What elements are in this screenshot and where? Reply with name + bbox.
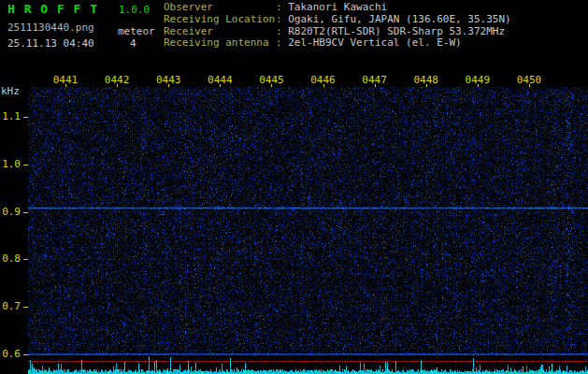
- info-value: 2el-HB9CV Vertical (el. E-W): [288, 36, 461, 49]
- spectrogram-canvas: [28, 87, 588, 374]
- mode-label: meteor: [118, 25, 155, 37]
- info-colon: :: [276, 13, 288, 25]
- freq-axis: 1.11.00.90.80.70.6: [0, 0, 28, 374]
- echo-count: 4: [130, 37, 136, 50]
- info-panel: Observer: Takanori KawachiReceiving Loca…: [164, 2, 511, 50]
- info-colon: :: [276, 36, 288, 49]
- info-label: Receiving Location: [164, 14, 276, 26]
- freq-tick-label: 0.9: [2, 206, 21, 218]
- info-label: Observer: [164, 2, 276, 14]
- time-axis: 0441044204430444044504460447044804490450: [0, 74, 588, 87]
- info-colon: :: [276, 25, 288, 37]
- app-version: 1.0.0: [119, 4, 150, 16]
- info-value: Ogaki, Gifu, JAPAN (136.60E, 35.35N): [288, 13, 510, 25]
- info-label: Receiving antenna: [164, 37, 276, 50]
- freq-tick-label: 1.1: [2, 110, 21, 122]
- freq-tick-label: 0.7: [2, 300, 21, 312]
- freq-tick-label: 0.8: [2, 252, 21, 265]
- freq-tick-label: 0.6: [2, 348, 21, 360]
- info-row: Receiving antenna: 2el-HB9CV Vertical (e…: [164, 37, 511, 50]
- freq-tick-label: 1.0: [2, 158, 21, 170]
- info-value: Takanori Kawachi: [288, 1, 387, 13]
- info-colon: :: [276, 1, 288, 13]
- info-value: R820T2(RTL-SDR) SDR-Sharp 53.372MHz: [288, 25, 505, 37]
